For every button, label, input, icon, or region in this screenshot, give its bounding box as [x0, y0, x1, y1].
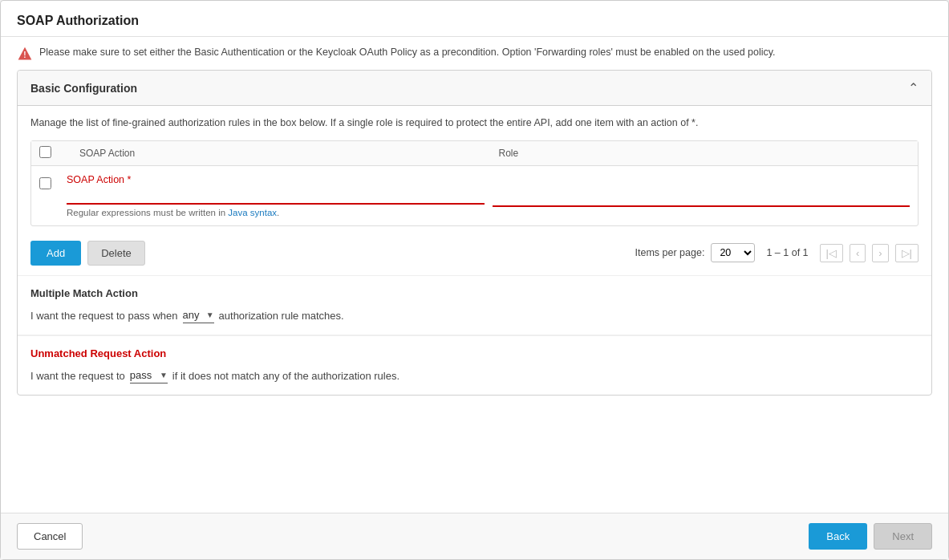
dialog-body: Basic Configuration ⌃ Manage the list of… — [1, 70, 948, 513]
match-row-suffix: authorization rule matches. — [219, 310, 344, 322]
input-hint: Regular expressions must be written in J… — [67, 208, 485, 217]
items-per-page-label: Items per page: — [635, 247, 705, 258]
match-row-prefix: I want the request to pass when — [30, 310, 178, 322]
soap-action-col-header: SOAP Action — [79, 147, 491, 159]
authorization-table: SOAP Action Role SOAP Action — [30, 140, 919, 226]
items-per-page-select[interactable]: 20 5 10 50 100 — [711, 243, 755, 262]
hint-prefix: Regular expressions must be written in — [67, 208, 228, 217]
dialog-title: SOAP Authorization — [17, 14, 139, 27]
add-button[interactable]: Add — [30, 241, 81, 266]
unmatched-title: Unmatched Request Action — [30, 347, 919, 359]
java-syntax-link[interactable]: Java syntax — [228, 208, 277, 217]
dialog-footer: Cancel Back Next — [1, 513, 948, 559]
row-checkbox-col — [39, 174, 59, 189]
role-col-header: Role — [499, 147, 910, 159]
hint-suffix: . — [277, 208, 279, 217]
multiple-match-row: I want the request to pass when any all … — [30, 309, 919, 323]
header-checkbox-col — [39, 146, 71, 160]
unmatched-dropdown[interactable]: pass deny — [130, 369, 168, 381]
match-dropdown-wrapper: any all ▼ — [183, 309, 214, 323]
unmatched-row: I want the request to pass deny ▼ if it … — [30, 369, 919, 383]
match-dropdown[interactable]: any all — [183, 309, 214, 321]
unmatched-row-suffix: if it does not match any of the authoriz… — [172, 370, 399, 382]
svg-text:!: ! — [23, 51, 26, 59]
collapse-icon[interactable]: ⌃ — [908, 80, 919, 95]
soap-authorization-dialog: SOAP Authorization ! Please make sure to… — [0, 0, 949, 560]
next-button[interactable]: Next — [874, 523, 932, 550]
footer-right: Back Next — [809, 523, 932, 550]
warning-bar: ! Please make sure to set either the Bas… — [1, 37, 948, 70]
last-page-button[interactable]: ▷| — [895, 244, 919, 262]
pagination-area: Items per page: 20 5 10 50 100 1 – 1 of … — [635, 243, 919, 262]
warning-text: Please make sure to set either the Basic… — [39, 45, 776, 60]
toolbar-row: Add Delete Items per page: 20 5 10 50 10… — [30, 234, 919, 266]
page-range: 1 – 1 of 1 — [766, 247, 808, 258]
unmatched-dropdown-wrapper: pass deny ▼ — [130, 369, 168, 383]
role-header-label: Role — [499, 148, 519, 159]
role-input-col — [493, 174, 910, 217]
multiple-match-section: Multiple Match Action I want the request… — [18, 276, 931, 335]
soap-action-field-label: SOAP Action * — [67, 174, 485, 185]
delete-button[interactable]: Delete — [87, 241, 145, 266]
cancel-button[interactable]: Cancel — [17, 523, 83, 550]
toolbar-left: Add Delete — [30, 241, 145, 266]
section-body: Manage the list of fine-grained authoriz… — [18, 106, 931, 275]
soap-action-header-label: SOAP Action — [79, 148, 135, 159]
soap-action-input[interactable] — [67, 188, 485, 205]
back-button[interactable]: Back — [809, 523, 867, 550]
unmatched-row-prefix: I want the request to — [30, 370, 125, 382]
first-page-button[interactable]: |◁ — [820, 244, 843, 262]
basic-configuration-section: Basic Configuration ⌃ Manage the list of… — [17, 70, 932, 396]
role-input[interactable] — [493, 190, 910, 207]
prev-page-button[interactable]: ‹ — [850, 244, 866, 262]
unmatched-section: Unmatched Request Action I want the requ… — [18, 336, 931, 395]
table-row: SOAP Action * Regular expressions must b… — [31, 166, 918, 225]
section-title: Basic Configuration — [30, 82, 137, 95]
soap-action-input-col: SOAP Action * Regular expressions must b… — [67, 174, 485, 217]
section-header: Basic Configuration ⌃ — [18, 71, 931, 106]
table-header-row: SOAP Action Role — [31, 141, 918, 166]
select-all-checkbox[interactable] — [39, 146, 51, 158]
next-page-button[interactable]: › — [872, 244, 888, 262]
row-inputs: SOAP Action * Regular expressions must b… — [67, 174, 910, 217]
warning-icon: ! — [17, 46, 33, 62]
multiple-match-title: Multiple Match Action — [30, 287, 919, 299]
dialog-header: SOAP Authorization — [1, 1, 948, 37]
section-description: Manage the list of fine-grained authoriz… — [30, 116, 919, 131]
row-checkbox[interactable] — [39, 177, 51, 189]
